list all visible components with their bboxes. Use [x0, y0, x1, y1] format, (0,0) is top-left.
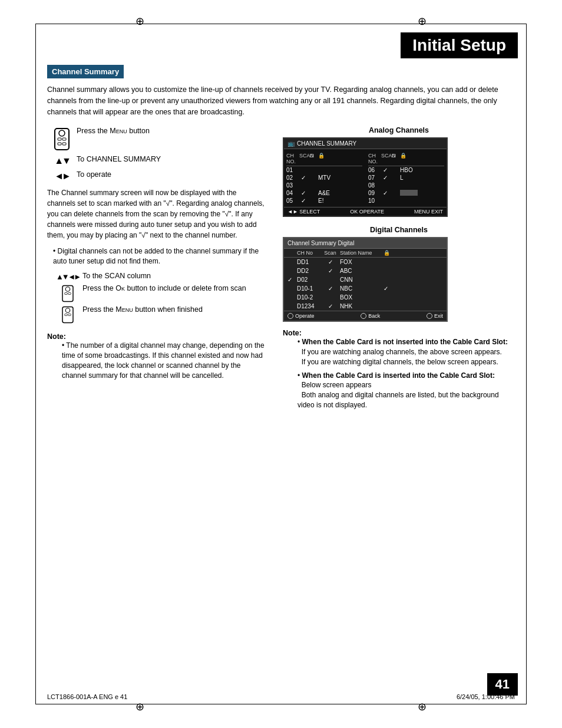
note-left-label: Note: [47, 332, 265, 341]
analog-screen-title: CHANNEL SUMMARY [297, 140, 356, 147]
analog-channels-left: CH NO. SCAN D 🔒 01 02✓MTV 03 04✓A&E 05✓E… [286, 151, 362, 205]
section-header: Channel Summary [47, 65, 124, 78]
svg-rect-2 [58, 138, 61, 140]
digital-screen-label: Digital Channels [283, 226, 515, 234]
digital-col-headers: CH No Scan Station Name 🔒 [284, 249, 447, 258]
svg-rect-9 [68, 293, 71, 295]
two-column-layout: Press the Menu button ▲▼ To CHANNEL SUMM… [47, 126, 515, 414]
right-column: Analog Channels 📺 CHANNEL SUMMARY CH NO.… [283, 126, 515, 414]
bullet-text-1: Digital channels can not be added to the… [53, 246, 265, 266]
note-left-bullet: The number of a digital channel may chan… [56, 341, 265, 380]
operate-circle-icon [287, 313, 293, 319]
sub-step-2: Press the Ok button to include or delete… [53, 284, 265, 302]
reg-mark-bl: ⊕ [135, 700, 144, 713]
table-row: D10-1✓NBC✓ [284, 284, 447, 293]
footer-operate: Operate [287, 313, 315, 319]
remote-icon-1 [47, 126, 77, 151]
page-border-bottom [35, 704, 527, 704]
step-1-text: Press the Menu button [77, 126, 150, 137]
reg-mark-br: ⊕ [418, 700, 427, 713]
page-border-top [35, 24, 527, 24]
note-right-label: Note: [283, 329, 515, 337]
table-row: 07✓L [368, 174, 444, 182]
remote-icon-3 [53, 305, 82, 324]
sub-step-3: Press the Menu button when finished [53, 305, 265, 324]
exit-circle-icon [427, 313, 432, 319]
page-number: 41 [487, 673, 518, 696]
svg-point-7 [65, 287, 70, 292]
reg-mark-tl: ⊕ [135, 15, 144, 28]
step-3-text: To operate [77, 170, 111, 180]
step-2-text: To CHANNEL SUMMARY [77, 154, 161, 165]
table-row: 06✓HBO [368, 166, 444, 174]
main-content: Channel Summary Channel summary allows y… [47, 65, 515, 693]
note-left: Note: The number of a digital channel ma… [47, 332, 265, 380]
screen-icon: 📺 [287, 140, 295, 147]
table-row: DD2✓ABC [284, 266, 447, 275]
arrows-all-icon: ▲▼ ◄► [53, 271, 82, 281]
table-row: ✓D02CNN [284, 275, 447, 284]
svg-rect-5 [62, 143, 66, 145]
table-row: 04✓A&E [286, 189, 362, 197]
col-headers-right: CH NO. SCAN D 🔒 [368, 151, 444, 166]
arrows-updown-icon: ▲▼ [47, 154, 77, 166]
analog-screen-body: CH NO. SCAN D 🔒 01 02✓MTV 03 04✓A&E 05✓E… [284, 149, 447, 207]
footer-bar: LCT1866-001A-A ENG e 41 6/24/05, 1:00:46… [47, 693, 515, 700]
table-row: DD1✓FOX [284, 258, 447, 266]
note-right-bullet-2: When the Cable Card is inserted into the… [292, 371, 515, 410]
digital-screen-footer: Operate Back Exit [284, 311, 447, 321]
table-row: 01 [286, 166, 362, 174]
table-row: 02✓MTV [286, 174, 362, 182]
sub-step-1: ▲▼ ◄► To the SCAN column [53, 271, 265, 282]
footer-exit: Exit [427, 313, 443, 319]
analog-screen: 📺 CHANNEL SUMMARY CH NO. SCAN D 🔒 01 02✓… [283, 137, 448, 217]
analog-screen-label: Analog Channels [283, 126, 515, 134]
footer-operate: OK OPERATE [350, 209, 384, 215]
table-row: D10-2BOX [284, 293, 447, 302]
sub-step-1-text: To the SCAN column [82, 271, 151, 282]
page-title: Initial Setup [401, 32, 518, 58]
svg-rect-8 [65, 293, 68, 295]
back-circle-icon [361, 313, 366, 319]
note-right-bullet-1: When the Cable Card is not inserted into… [292, 337, 515, 367]
svg-rect-13 [68, 314, 71, 316]
svg-point-1 [59, 130, 65, 136]
body-text: The Channel summary screen will now be d… [47, 187, 265, 241]
analog-channels-right: CH NO. SCAN D 🔒 06✓HBO 07✓L 08 09✓ 10 [368, 151, 444, 205]
footer-exit: MENU EXIT [414, 209, 443, 215]
left-column: Press the Menu button ▲▼ To CHANNEL SUMM… [47, 126, 265, 414]
svg-rect-4 [58, 143, 61, 145]
page-border-left [35, 24, 36, 704]
svg-rect-12 [65, 314, 68, 316]
step-3: ◄► To operate [47, 170, 265, 182]
sub-step-3-text: Press the Menu button when finished [82, 305, 203, 315]
footer-back: Back [361, 313, 380, 319]
step-1: Press the Menu button [47, 126, 265, 151]
step-2: ▲▼ To CHANNEL SUMMARY [47, 154, 265, 166]
analog-screen-header: 📺 CHANNEL SUMMARY [284, 139, 447, 149]
footer-right-text: 6/24/05, 1:00:46 PM [457, 693, 515, 700]
analog-screen-footer: ◄► SELECT OK OPERATE MENU EXIT [284, 207, 447, 216]
svg-point-11 [65, 308, 70, 313]
col-headers-left: CH NO. SCAN D 🔒 [286, 151, 362, 166]
svg-rect-0 [55, 129, 69, 150]
reg-mark-tr: ⊕ [418, 15, 427, 28]
table-row: 03 [286, 182, 362, 189]
table-row: D1234✓NHK [284, 302, 447, 311]
digital-screen: Channel Summary Digital CH No Scan Stati… [283, 237, 448, 322]
table-row: 08 [368, 182, 444, 189]
remote-icon-2 [53, 284, 82, 302]
sub-step-2-text: Press the Ok button to include or delete… [82, 284, 246, 294]
svg-rect-6 [62, 286, 73, 302]
page-border-right [526, 24, 527, 704]
svg-rect-10 [62, 307, 73, 323]
arrows-leftright-icon: ◄► [47, 170, 77, 182]
svg-rect-3 [62, 138, 66, 140]
note-right: Note: When the Cable Card is not inserte… [283, 329, 515, 410]
footer-left-text: LCT1866-001A-A ENG e 41 [47, 693, 127, 700]
table-row: 10 [368, 197, 444, 205]
footer-select: ◄► SELECT [287, 209, 320, 215]
table-row: 05✓E! [286, 197, 362, 205]
digital-screen-header: Channel Summary Digital [284, 238, 447, 249]
intro-text: Channel summary allows you to customize … [47, 84, 515, 117]
